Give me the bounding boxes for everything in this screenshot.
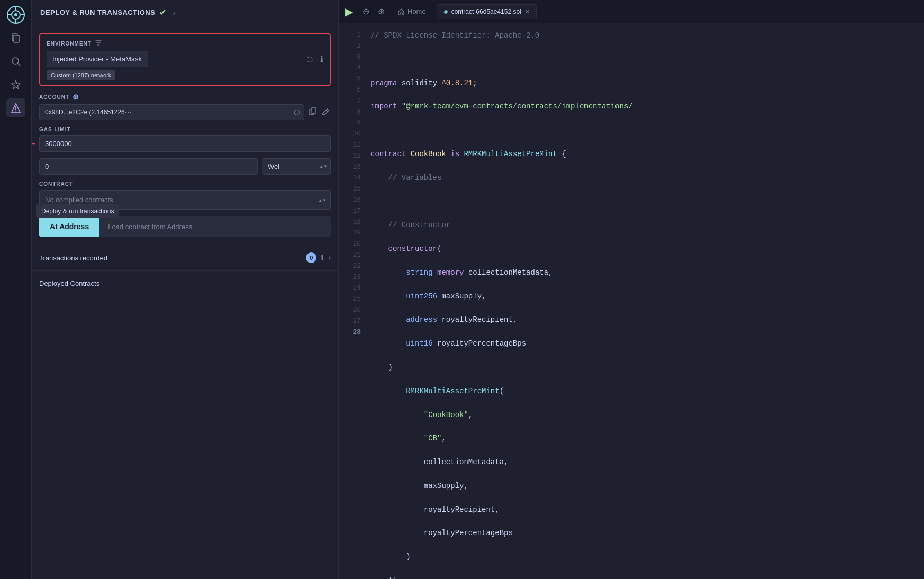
line-numbers: 1 2 3 4 5 6 7 8 9 10 11 12 13 14 15 16 1… xyxy=(339,23,366,579)
icon-sidebar: Deploy & run transactions xyxy=(0,0,32,579)
action-buttons-row: At Address Load contract from Address xyxy=(39,216,331,237)
transactions-row[interactable]: Transactions recorded 0 ℹ › xyxy=(32,245,338,270)
logo-icon xyxy=(6,5,25,24)
editor-topbar: ▶ ⊖ ⊕ Home ◈ contract-66d5ae4152.sol ✕ xyxy=(339,0,924,23)
load-contract-button[interactable]: Load contract from Address xyxy=(99,216,331,237)
file-tab[interactable]: ◈ contract-66d5ae4152.sol ✕ xyxy=(437,4,537,19)
deployed-contracts-section[interactable]: Deployed Contracts xyxy=(32,270,338,295)
transactions-label: Transactions recorded xyxy=(39,254,302,262)
transactions-chevron: › xyxy=(328,254,331,262)
home-icon xyxy=(397,8,405,15)
transactions-badge: 0 xyxy=(306,252,316,263)
gas-limit-section: GAS LIMIT xyxy=(39,126,331,152)
value-row: Wei Gwei Finney Ether xyxy=(39,158,331,175)
account-row xyxy=(39,104,331,120)
edit-account-icon[interactable] xyxy=(321,106,331,118)
svg-line-16 xyxy=(326,110,328,112)
check-icon: ✔ xyxy=(159,7,166,17)
environment-select-wrapper[interactable]: Injected Provider - MetaMask xyxy=(47,51,317,67)
environment-label: ENVIRONMENT xyxy=(47,39,323,48)
account-label: ACCOUNT ⊕ xyxy=(39,93,331,101)
environment-info-icon[interactable]: ℹ xyxy=(320,54,323,64)
value-section: Wei Gwei Finney Ether xyxy=(39,158,331,175)
arrow-icon: › xyxy=(173,8,175,17)
contract-section: CONTRACT No compiled contracts xyxy=(39,181,331,210)
close-tab-icon[interactable]: ✕ xyxy=(524,8,530,15)
search-sidebar-icon[interactable] xyxy=(6,52,25,71)
value-input[interactable] xyxy=(39,158,258,175)
deploy-panel: DEPLOY & RUN TRANSACTIONS ✔ › ENVIRONMEN… xyxy=(32,0,339,579)
at-address-button[interactable]: At Address xyxy=(39,216,99,237)
home-tab-label: Home xyxy=(407,7,426,15)
svg-rect-15 xyxy=(311,108,316,113)
deploy-panel-header: DEPLOY & RUN TRANSACTIONS ✔ › xyxy=(32,0,338,25)
deploy-sidebar-icon[interactable]: Deploy & run transactions xyxy=(6,98,25,117)
filter-icon xyxy=(95,39,102,48)
editor-area: ▶ ⊖ ⊕ Home ◈ contract-66d5ae4152.sol ✕ 1… xyxy=(339,0,924,579)
deploy-panel-title: DEPLOY & RUN TRANSACTIONS xyxy=(40,8,155,16)
environment-select[interactable]: Injected Provider - MetaMask xyxy=(47,51,148,67)
zoom-in-icon[interactable]: ⊕ xyxy=(376,4,387,19)
file-sidebar-icon[interactable] xyxy=(6,29,25,48)
home-tab[interactable]: Home xyxy=(391,4,432,19)
add-account-icon[interactable]: ⊕ xyxy=(73,93,79,101)
code-editor[interactable]: 1 2 3 4 5 6 7 8 9 10 11 12 13 14 15 16 1… xyxy=(339,23,924,579)
account-select-wrapper[interactable] xyxy=(39,104,304,120)
red-arrow-annotation xyxy=(32,138,37,150)
gas-limit-label: GAS LIMIT xyxy=(39,126,331,132)
run-button[interactable]: ▶ xyxy=(345,5,353,18)
plugin-sidebar-icon[interactable] xyxy=(6,75,25,94)
file-tab-icon: ◈ xyxy=(443,8,448,15)
environment-section: ENVIRONMENT Injected Provider - MetaMask… xyxy=(39,33,331,86)
account-input[interactable] xyxy=(39,104,304,120)
file-tab-label: contract-66d5ae4152.sol xyxy=(451,8,521,15)
gas-limit-row xyxy=(39,135,331,152)
contract-select[interactable]: No compiled contracts xyxy=(39,190,331,210)
network-badge: Custom (1287) network xyxy=(47,70,115,80)
transactions-info-icon[interactable]: ℹ xyxy=(321,253,324,263)
deploy-panel-body: ENVIRONMENT Injected Provider - MetaMask… xyxy=(32,25,338,245)
deployed-contracts-label: Deployed Contracts xyxy=(39,279,99,287)
wei-select[interactable]: Wei Gwei Finney Ether xyxy=(262,158,331,175)
copy-account-icon[interactable] xyxy=(307,106,318,118)
svg-line-10 xyxy=(17,64,20,66)
svg-rect-8 xyxy=(14,35,19,42)
contract-select-wrapper[interactable]: No compiled contracts xyxy=(39,190,331,210)
svg-point-13 xyxy=(15,111,16,112)
environment-row: Injected Provider - MetaMask ℹ xyxy=(47,51,323,67)
contract-label: CONTRACT xyxy=(39,181,331,187)
wei-select-wrapper[interactable]: Wei Gwei Finney Ether xyxy=(262,158,331,175)
account-section: ACCOUNT ⊕ xyxy=(39,93,331,120)
gas-limit-input[interactable] xyxy=(39,135,331,152)
svg-point-2 xyxy=(14,13,17,16)
code-content[interactable]: // SPDX-License-Identifier: Apache-2.0 p… xyxy=(366,23,924,579)
zoom-out-icon[interactable]: ⊖ xyxy=(360,4,372,19)
